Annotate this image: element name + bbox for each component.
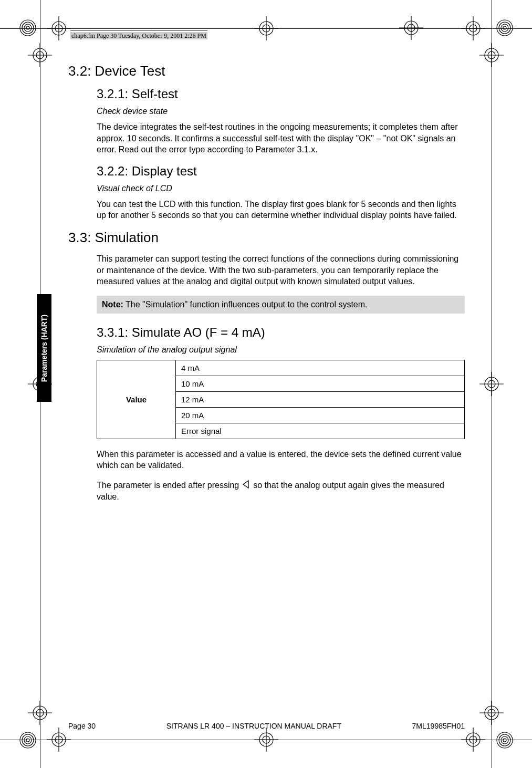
body-3-3-1a: When this parameter is accessed and a va… (97, 449, 465, 471)
ring-icon-tr (496, 19, 514, 37)
value-table: Value 4 mA 10 mA 12 mA 20 mA Error signa… (97, 360, 465, 439)
crosshair-icon (479, 43, 504, 67)
left-arrow-icon (242, 480, 251, 489)
note-body: The "Simulation" function influences out… (123, 300, 368, 309)
svg-point-15 (503, 739, 506, 742)
crosshair-icon (399, 16, 423, 40)
svg-point-11 (26, 739, 29, 742)
body-3-2-2: You can test the LCD with this function.… (97, 199, 465, 221)
note-box: Note: The "Simulation" function influenc… (97, 296, 465, 314)
heading-3-2-1: 3.2.1: Self-test (97, 87, 465, 101)
footer-docnum: 7ML19985FH01 (412, 722, 465, 730)
svg-point-7 (503, 26, 506, 29)
value-cell: 10 mA (176, 376, 465, 391)
svg-point-14 (501, 736, 508, 744)
crosshair-icon (461, 16, 485, 40)
side-tab-label: Parameters (HART) (40, 314, 48, 381)
heading-3-3-1: 3.3.1: Simulate AO (F = 4 mA) (97, 325, 465, 340)
body-3-3: This parameter can support testing the c… (97, 253, 465, 287)
svg-point-2 (24, 24, 32, 32)
value-rowhead: Value (97, 360, 176, 439)
value-cell: Error signal (176, 423, 465, 439)
header-filepath-text: chap6.fm Page 30 Tuesday, October 9, 200… (70, 32, 207, 39)
crosshair-icon (28, 701, 52, 725)
heading-3-3: 3.3: Simulation (68, 230, 465, 246)
table-row: Value 4 mA (97, 360, 465, 376)
subtitle-3-2-2: Visual check of LCD (97, 184, 465, 193)
crosshair-icon (47, 16, 71, 40)
header-filepath: chap6.fm Page 30 Tuesday, October 9, 200… (70, 30, 207, 40)
body-3-3-1b-pre: The parameter is ended after pressing (97, 481, 242, 490)
ring-icon-br (496, 731, 514, 749)
footer-title: SITRANS LR 400 – INSTRUCTION MANUAL DRAF… (166, 722, 341, 730)
svg-point-13 (499, 734, 510, 746)
crosshair-icon (479, 372, 504, 396)
heading-3-2-2: 3.2.2: Display test (97, 164, 465, 179)
footer-page: Page 30 (68, 722, 96, 730)
crosshair-icon (254, 728, 278, 752)
crosshair-icon (254, 16, 278, 40)
subtitle-3-2-1: Check device state (97, 107, 465, 116)
body-3-3-1b: The parameter is ended after pressing so… (97, 480, 465, 502)
ring-icon-tl (19, 19, 37, 37)
svg-point-5 (499, 22, 510, 34)
value-cell: 4 mA (176, 360, 465, 376)
heading-3-2: 3.2: Device Test (68, 63, 465, 79)
svg-point-9 (22, 734, 34, 746)
svg-point-10 (24, 736, 32, 744)
svg-point-1 (22, 22, 34, 34)
note-label: Note: (102, 300, 123, 309)
crosshair-icon (28, 43, 52, 67)
value-cell: 12 mA (176, 391, 465, 407)
page-footer: Page 30 SITRANS LR 400 – INSTRUCTION MAN… (68, 722, 465, 730)
subtitle-3-3-1: Simulation of the analog output signal (97, 345, 465, 355)
svg-point-6 (501, 24, 508, 32)
crosshair-icon (461, 728, 485, 752)
body-3-2-1: The device integrates the self-test rout… (97, 121, 465, 155)
value-cell: 20 mA (176, 407, 465, 423)
crosshair-icon (47, 728, 71, 752)
page-body: 3.2: Device Test 3.2.1: Self-test Check … (68, 63, 465, 511)
side-tab: Parameters (HART) (37, 294, 51, 402)
svg-point-3 (26, 26, 29, 29)
ring-icon-bl (19, 731, 37, 749)
crosshair-icon (479, 701, 504, 725)
